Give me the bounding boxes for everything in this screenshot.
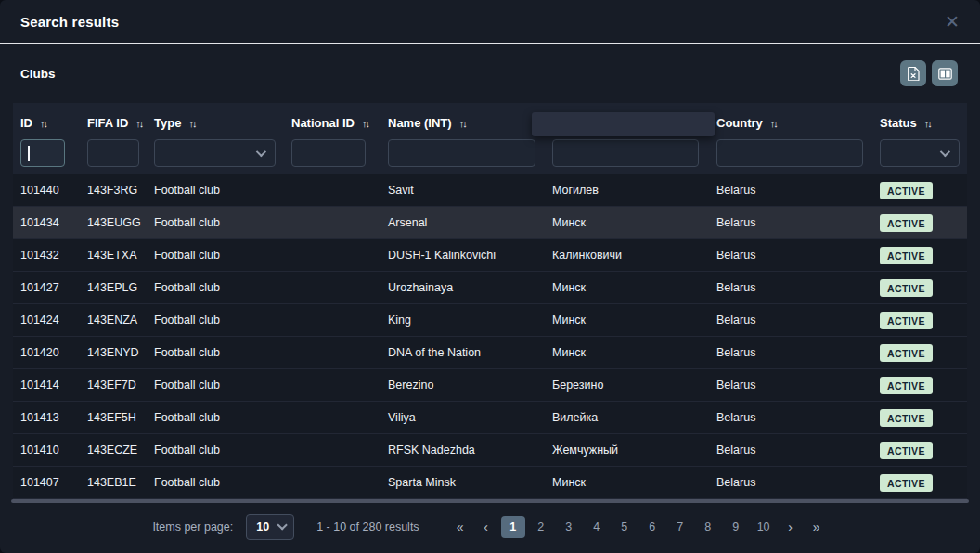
cell-id: 101420 <box>13 346 80 359</box>
country-filter-input[interactable] <box>716 139 863 167</box>
cell-id: 101440 <box>13 184 80 197</box>
cell-name-national: Калинковичи <box>545 249 709 262</box>
name-int-filter-input[interactable] <box>388 139 535 167</box>
cell-name-national: Минск <box>545 476 709 489</box>
cell-type: Football club <box>147 249 284 262</box>
status-badge: ACTIVE <box>880 214 933 232</box>
cell-id: 101410 <box>13 444 80 457</box>
cell-fifa-id: 143EF7D <box>80 379 147 392</box>
status-filter-select[interactable] <box>880 139 960 167</box>
cell-type: Football club <box>147 476 284 489</box>
cell-fifa-id: 143ECZE <box>80 444 147 457</box>
table-row[interactable]: 101414143EF7DFootball clubBerezinoБерези… <box>13 369 967 402</box>
page-button[interactable]: 1 <box>501 516 525 538</box>
file-excel-icon <box>908 67 920 81</box>
column-header-name-int[interactable]: Name (INT)↑↓ <box>380 108 545 138</box>
column-settings-button[interactable] <box>932 60 958 86</box>
status-badge: ACTIVE <box>880 442 933 459</box>
table-row[interactable]: 101424143ENZAFootball clubKingМинскBelar… <box>13 304 967 337</box>
type-filter-select[interactable] <box>154 139 276 167</box>
column-header-country[interactable]: Country↑↓ <box>709 108 872 138</box>
name-national-filter-input[interactable] <box>552 139 699 167</box>
sort-icon[interactable]: ↑↓ <box>924 118 931 129</box>
cell-name-int: DUSH-1 Kalinkovichi <box>380 249 545 262</box>
pager: « ‹ 12345678910 › » <box>449 516 828 538</box>
status-badge: ACTIVE <box>880 377 933 394</box>
table-row[interactable]: 101432143ETXAFootball clubDUSH-1 Kalinko… <box>13 239 967 272</box>
last-page-button[interactable]: » <box>806 516 828 538</box>
cell-fifa-id: 143F3RG <box>80 184 147 197</box>
page-button[interactable]: 9 <box>724 516 748 538</box>
cell-name-int: Arsenal <box>380 216 545 229</box>
page-button[interactable]: 5 <box>612 516 637 538</box>
sort-icon[interactable]: ↑↓ <box>362 118 368 129</box>
cell-fifa-id: 143ENYD <box>80 346 147 359</box>
clubs-table: ID↑↓ FIFA ID↑↓ Type↑↓ National ID↑↓ Name… <box>13 103 967 499</box>
cell-name-int: Berezino <box>380 379 545 392</box>
prev-page-button[interactable]: ‹ <box>475 516 497 538</box>
cell-fifa-id: 143EPLG <box>80 281 147 294</box>
column-header-national-id[interactable]: National ID↑↓ <box>284 108 380 138</box>
page-button[interactable]: 2 <box>529 516 553 538</box>
next-page-button[interactable]: › <box>780 516 802 538</box>
cell-id: 101414 <box>13 379 80 392</box>
page-button[interactable]: 8 <box>696 516 720 538</box>
cell-name-int: Urozhainaya <box>380 281 545 294</box>
chevron-down-icon <box>277 520 288 530</box>
national-id-filter-input[interactable] <box>291 139 366 167</box>
sort-icon[interactable]: ↑↓ <box>40 118 46 129</box>
cell-name-national: Минск <box>545 346 709 359</box>
cell-name-int: RFSK Nadezhda <box>380 444 545 457</box>
cell-country: Belarus <box>709 184 872 197</box>
columns-icon <box>938 68 952 80</box>
page-button[interactable]: 4 <box>585 516 609 538</box>
close-icon[interactable]: ✕ <box>945 13 960 31</box>
items-per-page-label: Items per page: <box>152 521 233 534</box>
cell-name-national: Минск <box>545 314 709 327</box>
page-button[interactable]: 10 <box>752 516 776 538</box>
table-row[interactable]: 101413143EF5HFootball clubViliyaВилейкаB… <box>13 402 967 434</box>
page-button[interactable]: 6 <box>640 516 664 538</box>
header-label-row: ID↑↓ FIFA ID↑↓ Type↑↓ National ID↑↓ Name… <box>13 108 967 138</box>
cell-country: Belarus <box>709 379 872 392</box>
cell-name-int: Savit <box>380 184 545 197</box>
table-row[interactable]: 101420143ENYDFootball clubDNA of the Nat… <box>13 337 967 369</box>
first-page-button[interactable]: « <box>449 516 471 538</box>
sort-icon[interactable]: ↑↓ <box>459 118 466 129</box>
cell-fifa-id: 143ETXA <box>80 249 147 262</box>
page-list: 12345678910 <box>501 516 776 538</box>
cell-country: Belarus <box>709 346 872 359</box>
cell-type: Football club <box>147 216 284 229</box>
page-button[interactable]: 7 <box>668 516 692 538</box>
cell-type: Football club <box>147 314 284 327</box>
cell-name-int: Sparta Minsk <box>380 476 545 489</box>
column-header-id[interactable]: ID↑↓ <box>13 108 80 138</box>
cell-status: ACTIVE <box>872 409 967 427</box>
table-row[interactable]: 101410143ECZEFootball clubRFSK NadezhdaЖ… <box>13 434 967 467</box>
sort-icon[interactable]: ↑↓ <box>188 118 195 129</box>
column-header-status[interactable]: Status↑↓ <box>872 108 967 138</box>
cell-status: ACTIVE <box>872 377 967 394</box>
column-header-fifa-id[interactable]: FIFA ID↑↓ <box>80 108 147 138</box>
items-per-page-select[interactable]: 10 <box>246 514 294 540</box>
items-per-page-value: 10 <box>256 521 269 534</box>
cell-status: ACTIVE <box>872 279 967 297</box>
modal-header: Search results ✕ <box>0 0 980 44</box>
cell-type: Football club <box>147 411 284 424</box>
horizontal-scrollbar[interactable] <box>11 499 969 503</box>
cell-name-national: Вилейка <box>545 411 709 424</box>
column-header-type[interactable]: Type↑↓ <box>147 108 284 138</box>
cell-type: Football club <box>147 184 284 197</box>
sort-icon[interactable]: ↑↓ <box>770 118 777 129</box>
table-row[interactable]: 101407143EB1EFootball clubSparta MinskМи… <box>13 467 967 499</box>
export-excel-button[interactable] <box>900 60 926 86</box>
table-row[interactable]: 101434143EUGGFootball clubArsenalМинскBe… <box>13 207 967 239</box>
sort-icon[interactable]: ↑↓ <box>135 118 142 129</box>
table-row[interactable]: 101427143EPLGFootball clubUrozhainayaМин… <box>13 272 967 304</box>
status-badge: ACTIVE <box>880 474 933 492</box>
modal-title: Search results <box>20 14 119 30</box>
cell-name-national: Минск <box>545 281 709 294</box>
fifa-id-filter-input[interactable] <box>87 139 139 167</box>
table-row[interactable]: 101440143F3RGFootball clubSavitМогилевBe… <box>13 174 967 207</box>
page-button[interactable]: 3 <box>557 516 581 538</box>
